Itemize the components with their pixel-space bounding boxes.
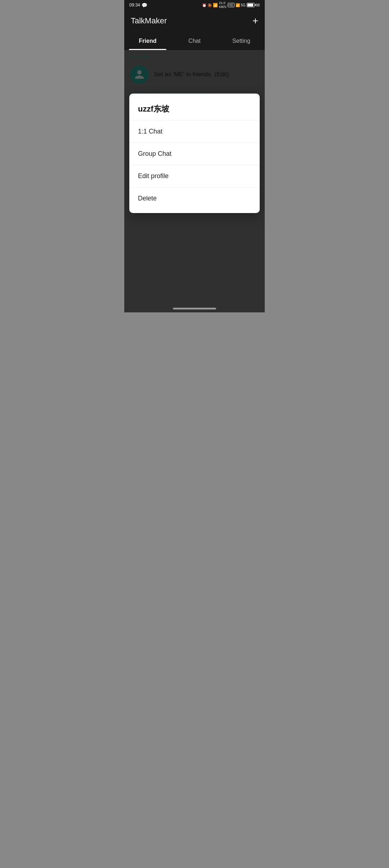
home-indicator — [173, 308, 216, 309]
tab-friend[interactable]: Friend — [124, 32, 171, 50]
mute-icon: 🔕 — [207, 3, 212, 7]
context-menu: uzzf东坡 1:1 Chat Group Chat Edit profile … — [129, 94, 260, 213]
status-bar: 09:34 💬 ⏰ 🔕 📶 21.0KB/S HD 📶 5G 98 — [124, 0, 265, 10]
add-button[interactable]: + — [252, 16, 258, 26]
status-time-area: 09:34 💬 — [129, 3, 147, 8]
tab-chat[interactable]: Chat — [171, 32, 218, 50]
message-notification-icon: 💬 — [142, 3, 147, 8]
wifi-icon: 📶 — [236, 3, 240, 7]
app-bar: TalkMaker + — [124, 10, 265, 32]
signal-5g-icon: 5G — [241, 3, 246, 7]
tab-chat-label: Chat — [188, 38, 201, 44]
tab-setting[interactable]: Setting — [218, 32, 265, 50]
alarm-icon: ⏰ — [202, 3, 206, 7]
status-time: 09:34 — [129, 3, 140, 8]
battery-percent: 98 — [256, 3, 260, 7]
speed-indicator: 21.0KB/S — [219, 1, 227, 9]
menu-item-group-chat[interactable]: Group Chat — [129, 143, 260, 165]
status-icons: ⏰ 🔕 📶 21.0KB/S HD 📶 5G 98 — [202, 1, 260, 9]
bluetooth-icon: 📶 — [213, 3, 218, 8]
battery-fill — [247, 4, 253, 6]
tab-setting-label: Setting — [232, 38, 250, 44]
tab-friend-label: Friend — [139, 38, 157, 44]
hd-badge: HD — [228, 3, 234, 7]
context-menu-title: uzzf东坡 — [129, 97, 260, 120]
menu-item-one-to-one-chat[interactable]: 1:1 Chat — [129, 120, 260, 143]
menu-item-edit-profile[interactable]: Edit profile — [129, 165, 260, 187]
battery-icon — [247, 3, 255, 7]
app-title: TalkMaker — [131, 16, 167, 26]
menu-item-delete[interactable]: Delete — [129, 187, 260, 209]
tabs-bar: Friend Chat Setting — [124, 32, 265, 50]
content-area: My profile Set as 'ME' in friends. (Edit… — [124, 50, 265, 312]
